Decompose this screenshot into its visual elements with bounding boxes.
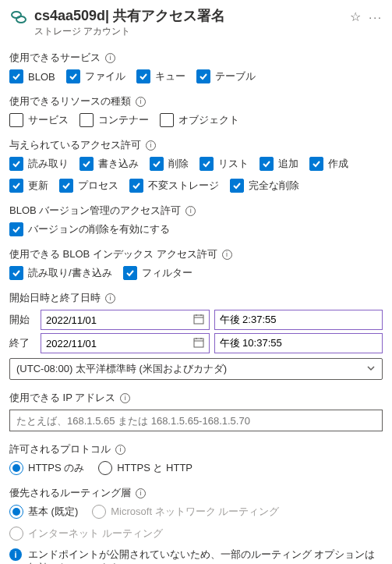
checkbox[interactable] <box>136 69 150 83</box>
checkbox-item[interactable]: 書き込み <box>79 157 139 171</box>
checkbox[interactable] <box>129 179 143 193</box>
checkbox[interactable] <box>9 69 23 83</box>
calendar-icon[interactable] <box>193 314 204 327</box>
checkbox-label: 削除 <box>168 157 189 171</box>
checkbox[interactable] <box>230 179 244 193</box>
checkbox[interactable] <box>59 179 73 193</box>
timezone-select[interactable]: (UTC-08:00) 太平洋標準時 (米国およびカナダ) <box>9 358 383 380</box>
svg-point-1 <box>16 16 26 23</box>
checkbox-label: オブジェクト <box>178 113 239 127</box>
radio-item: Microsoft ネットワーク ルーティング <box>92 505 279 519</box>
svg-rect-6 <box>194 339 203 347</box>
end-date-field[interactable] <box>41 333 210 353</box>
resource-types-label: 使用できるリソースの種類 <box>9 94 131 108</box>
info-icon[interactable]: i <box>136 97 146 107</box>
checkbox-item[interactable]: 完全な削除 <box>230 179 299 193</box>
info-icon[interactable]: i <box>146 140 156 151</box>
checkbox-item[interactable]: キュー <box>136 69 185 83</box>
info-icon[interactable]: i <box>222 250 232 260</box>
checkbox-label: フィルター <box>142 266 192 280</box>
radio[interactable] <box>98 461 112 475</box>
checkbox-label: 完全な削除 <box>249 179 299 193</box>
checkbox-item[interactable]: テーブル <box>196 69 256 83</box>
checkbox-item[interactable]: フィルター <box>123 266 192 280</box>
checkbox-item[interactable]: 読み取り/書き込み <box>9 266 112 280</box>
checkbox-label: 読み取り/書き込み <box>28 266 112 280</box>
radio-item[interactable]: HTTPS と HTTP <box>98 461 192 475</box>
permissions-checkboxes: 読み取り書き込み削除リスト追加作成更新プロセス不変ストレージ完全な削除 <box>9 157 383 193</box>
info-icon[interactable]: i <box>185 206 196 216</box>
checkbox-item[interactable]: 追加 <box>260 157 298 171</box>
checkbox-item[interactable]: バージョンの削除を有効にする <box>9 222 170 236</box>
page-subtitle: ストレージ アカウント <box>34 25 344 38</box>
checkbox-item[interactable]: プロセス <box>59 179 118 193</box>
datetime-label: 開始日時と終了日時 <box>9 291 101 305</box>
ip-input[interactable] <box>16 415 376 427</box>
radio-label: 基本 (既定) <box>28 505 78 519</box>
checkbox[interactable] <box>9 157 23 171</box>
end-time-input[interactable] <box>220 338 378 349</box>
section-services: 使用できるサービス i BLOBファイルキューテーブル <box>9 51 383 83</box>
favorite-icon[interactable]: ☆ <box>350 9 361 24</box>
checkbox-item[interactable]: オブジェクト <box>160 113 239 127</box>
checkbox-item[interactable]: ファイル <box>66 69 125 83</box>
radio-item: インターネット ルーティング <box>9 527 163 541</box>
radio <box>92 505 106 519</box>
radio[interactable] <box>9 461 23 475</box>
info-icon[interactable]: i <box>120 393 130 403</box>
checkbox-item[interactable]: サービス <box>9 113 69 127</box>
checkbox[interactable] <box>160 113 174 127</box>
services-checkboxes: BLOBファイルキューテーブル <box>9 69 383 83</box>
checkbox-item[interactable]: 読み取り <box>9 157 69 171</box>
checkbox[interactable] <box>79 157 94 171</box>
checkbox[interactable] <box>9 266 23 280</box>
checkbox-item[interactable]: 更新 <box>9 179 48 193</box>
checkbox-item[interactable]: 作成 <box>309 157 348 171</box>
checkbox-label: ファイル <box>85 69 125 83</box>
checkbox[interactable] <box>150 157 164 171</box>
checkbox-item[interactable]: 不変ストレージ <box>129 179 219 193</box>
section-blob-index: 使用できる BLOB インデックス アクセス許可 i 読み取り/書き込みフィルタ… <box>9 247 383 280</box>
start-date-field[interactable] <box>41 310 210 330</box>
end-time-field[interactable] <box>214 333 383 353</box>
routing-radios: 基本 (既定)Microsoft ネットワーク ルーティングインターネット ルー… <box>9 505 383 541</box>
checkbox[interactable] <box>9 222 23 236</box>
blob-index-label: 使用できる BLOB インデックス アクセス許可 <box>9 247 217 261</box>
info-icon[interactable]: i <box>115 445 125 455</box>
checkbox[interactable] <box>196 69 210 83</box>
checkbox[interactable] <box>9 113 23 127</box>
svg-rect-2 <box>194 315 203 324</box>
radio-label: Microsoft ネットワーク ルーティング <box>111 505 279 519</box>
info-icon[interactable]: i <box>105 53 115 63</box>
checkbox[interactable] <box>79 113 94 127</box>
checkbox[interactable] <box>9 179 23 193</box>
more-icon[interactable]: ··· <box>369 11 383 23</box>
routing-label: 優先されるルーティング層 <box>9 486 131 500</box>
start-time-field[interactable] <box>214 310 383 330</box>
start-label: 開始 <box>9 313 36 327</box>
start-time-input[interactable] <box>220 314 378 326</box>
checkbox-item[interactable]: リスト <box>200 157 249 171</box>
radio-label: HTTPS のみ <box>28 461 84 475</box>
calendar-icon[interactable] <box>193 337 204 350</box>
checkbox[interactable] <box>66 69 80 83</box>
info-icon[interactable]: i <box>136 488 146 498</box>
checkbox-label: サービス <box>28 113 69 127</box>
checkbox[interactable] <box>260 157 274 171</box>
ip-field[interactable] <box>9 410 383 431</box>
start-date-input[interactable] <box>46 314 193 326</box>
info-icon[interactable]: i <box>105 293 115 303</box>
end-label: 終了 <box>9 336 36 350</box>
checkbox-item[interactable]: 削除 <box>150 157 189 171</box>
radio-item[interactable]: 基本 (既定) <box>9 505 78 519</box>
checkbox[interactable] <box>309 157 323 171</box>
radio[interactable] <box>9 505 23 519</box>
checkbox[interactable] <box>200 157 214 171</box>
section-ip: 使用できる IP アドレス i <box>9 391 383 431</box>
checkbox[interactable] <box>123 266 137 280</box>
end-date-input[interactable] <box>46 338 193 349</box>
resource-types-checkboxes: サービスコンテナーオブジェクト <box>9 113 383 127</box>
checkbox-item[interactable]: コンテナー <box>79 113 149 127</box>
radio-item[interactable]: HTTPS のみ <box>9 461 84 475</box>
checkbox-item[interactable]: BLOB <box>9 69 55 83</box>
